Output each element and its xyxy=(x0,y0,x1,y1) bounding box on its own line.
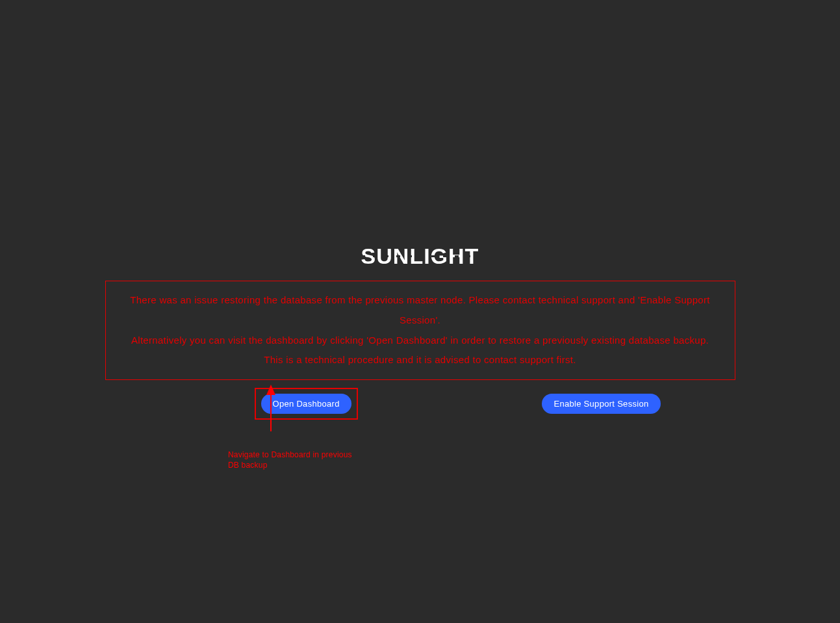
arrow-line-icon xyxy=(270,394,272,431)
error-message-line-2: Alternatively you can visit the dashboar… xyxy=(112,331,728,351)
brand-logo: SUNLIGHT xyxy=(361,244,479,269)
error-alert-box: There was an issue restoring the databas… xyxy=(105,281,735,380)
annotation-label: Navigate to Dashboard in previous DB bac… xyxy=(228,450,358,470)
brand-logo-text: SUNLIGHT xyxy=(361,244,479,269)
error-message-line-3: This is a technical procedure and it is … xyxy=(112,350,728,370)
enable-support-wrap: Enable Support Session xyxy=(542,388,660,420)
annotation-arrow xyxy=(267,385,275,433)
enable-support-button[interactable]: Enable Support Session xyxy=(542,394,660,414)
action-buttons-row: Open Dashboard Enable Support Session xyxy=(105,388,735,420)
error-message-line-1: There was an issue restoring the databas… xyxy=(112,290,728,331)
